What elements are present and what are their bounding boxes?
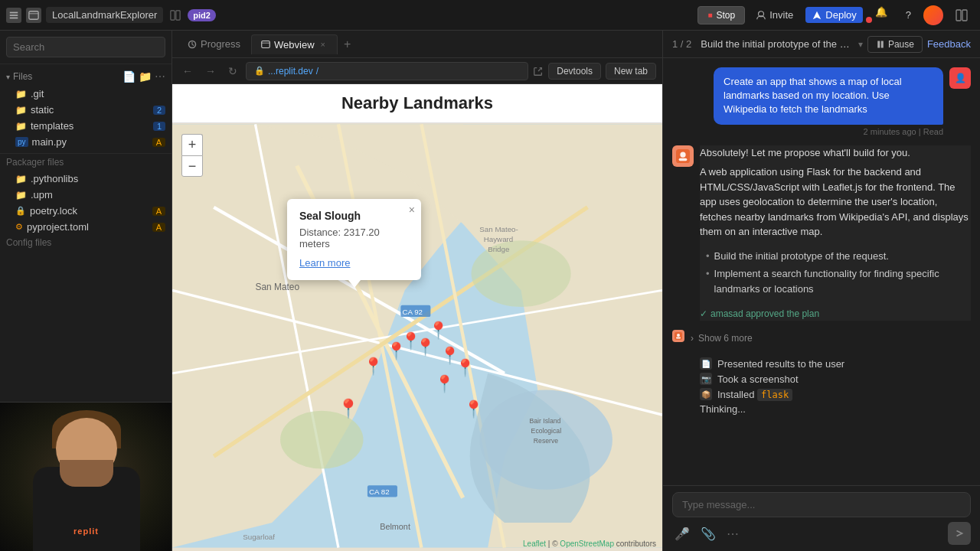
- new-tab-btn[interactable]: New tab: [606, 63, 656, 80]
- notification-dot: [866, 17, 872, 23]
- stop-button[interactable]: Stop: [697, 6, 745, 24]
- map-attribution: Leaflet | © OpenStreetMap contributors: [523, 540, 656, 548]
- svg-rect-49: [676, 337, 681, 339]
- chat-input-box: Type message...: [672, 492, 971, 517]
- thinking-label: Thinking...: [700, 403, 746, 415]
- url-bar[interactable]: 🔒 ...replit.dev /: [246, 62, 528, 80]
- zoom-in-btn[interactable]: +: [181, 134, 203, 155]
- ai-avatar-icon: [672, 145, 694, 167]
- file-item-mainpy[interactable]: py main.py A: [0, 134, 172, 150]
- svg-rect-5: [171, 10, 175, 19]
- bullet-text: Implement a search functionality for fin…: [714, 266, 971, 296]
- nav-forward-btn[interactable]: →: [201, 63, 220, 80]
- packager-item-poetry[interactable]: 🔒 poetry.lock A: [0, 203, 172, 219]
- file-badge: A: [152, 223, 165, 232]
- ai-panel: 1 / 2 Build the initial prototype of the…: [662, 31, 980, 551]
- file-item-static[interactable]: 📁 static 2: [0, 102, 172, 118]
- pid-badge[interactable]: pid2: [188, 9, 216, 21]
- svg-text:CA 82: CA 82: [369, 487, 390, 496]
- packager-section-header[interactable]: Packager files: [0, 153, 172, 171]
- map-svg: San Mateo San Mateo- Hayward Bridge Suga…: [172, 121, 662, 551]
- browser-icon: [26, 8, 41, 23]
- leaflet-link[interactable]: Leaflet: [523, 540, 546, 548]
- svg-text:Bair Island: Bair Island: [529, 417, 560, 425]
- topbar: LocalLandmarkExplorer pid2 Stop Invite D…: [0, 0, 980, 31]
- replit-logo: replit: [74, 527, 99, 536]
- packager-item-upm[interactable]: 📁 .upm: [0, 187, 172, 203]
- mic-btn[interactable]: 🎤: [672, 524, 692, 543]
- deploy-button[interactable]: Deploy: [805, 7, 862, 23]
- url-text: ...replit.dev: [268, 66, 313, 77]
- pause-button[interactable]: Pause: [867, 36, 923, 53]
- packager-item-pyproject[interactable]: ⚙ pyproject.toml A: [0, 219, 172, 235]
- thinking-item: Thinking...: [700, 402, 844, 416]
- invite-button[interactable]: Invite: [750, 7, 799, 23]
- file-badge: 2: [153, 106, 165, 115]
- more-btn[interactable]: ⋯: [724, 524, 741, 543]
- svg-rect-3: [29, 11, 38, 19]
- nav-back-btn[interactable]: ←: [178, 63, 197, 80]
- input-placeholder: Type message...: [682, 499, 755, 510]
- ai-header-actions: ▾ Pause Feedback: [858, 36, 971, 53]
- packager-item-pythonlibs[interactable]: 📁 .pythonlibs: [0, 171, 172, 187]
- message-time: 2 minutes ago: [864, 127, 916, 136]
- bullet-text: Build the initial prototype of the reque…: [714, 249, 889, 264]
- feedback-button[interactable]: Feedback: [927, 38, 971, 50]
- tab-close-btn[interactable]: ×: [318, 39, 328, 50]
- folder-icon: 📁: [15, 105, 27, 116]
- show-more-btn[interactable]: › Show 6 more: [691, 333, 753, 344]
- tab-progress-label: Progress: [201, 38, 240, 50]
- layout-button[interactable]: [949, 7, 974, 24]
- svg-rect-10: [962, 10, 967, 21]
- new-file-icon[interactable]: 📄: [122, 70, 136, 83]
- user-avatar[interactable]: [923, 5, 943, 25]
- show-more-row: › Show 6 more: [672, 330, 971, 347]
- search-input[interactable]: [6, 37, 165, 57]
- sidebar-toggle-btn[interactable]: [6, 8, 21, 23]
- app-title-tab[interactable]: LocalLandmarkExplorer: [46, 7, 163, 23]
- file-name: templates: [31, 120, 74, 132]
- popup-close-btn[interactable]: ×: [409, 204, 415, 216]
- chat-input-area: Type message... 🎤 📎 ⋯: [663, 485, 980, 551]
- svg-text:San Mateo: San Mateo: [255, 282, 299, 292]
- file-tree: ▾ Files 📄 📁 ⋯ 📁 .git 📁 static 2 📁 templa…: [0, 64, 172, 402]
- tab-webview[interactable]: Webview ×: [251, 34, 338, 54]
- flask-code: flask: [757, 389, 792, 401]
- external-link-icon: [533, 66, 544, 77]
- map-pin-seal-slough: 📍: [337, 397, 360, 419]
- tab-progress[interactable]: Progress: [178, 34, 250, 54]
- devtools-btn[interactable]: Devtools: [548, 63, 601, 80]
- lock-icon: 🔒: [15, 206, 26, 216]
- file-name: .upm: [31, 189, 53, 201]
- svg-rect-46: [679, 158, 688, 161]
- popup-learn-more[interactable]: Learn more: [299, 257, 350, 269]
- files-section-header[interactable]: ▾ Files 📄 📁 ⋯: [0, 67, 172, 86]
- more-files-icon[interactable]: ⋯: [155, 70, 165, 83]
- file-name: .pythonlibs: [31, 173, 78, 184]
- attach-btn[interactable]: 📎: [698, 524, 718, 543]
- action-item-2: 📷 Took a screenshot: [700, 371, 844, 386]
- packager-label: Packager files: [6, 157, 64, 168]
- notification-area: 🔔: [869, 4, 893, 26]
- notification-bell[interactable]: 🔔: [869, 4, 893, 20]
- new-folder-icon[interactable]: 📁: [139, 70, 152, 83]
- nav-refresh-btn[interactable]: ↻: [224, 63, 241, 80]
- svg-text:Ecological: Ecological: [531, 427, 562, 435]
- map-pin-7: 📍: [455, 357, 476, 378]
- svg-text:Sugarloaf: Sugarloaf: [243, 533, 275, 541]
- file-item-git[interactable]: 📁 .git: [0, 86, 172, 102]
- help-button[interactable]: ?: [900, 7, 917, 23]
- folder-icon: 📁: [15, 190, 27, 201]
- map-container[interactable]: Nearby Landmarks: [172, 84, 662, 551]
- attribution-separator: | ©: [548, 540, 560, 548]
- osm-link[interactable]: OpenStreetMap: [560, 540, 614, 548]
- show-more-icon: [672, 330, 684, 342]
- zoom-out-btn[interactable]: −: [181, 155, 203, 177]
- file-name: pyproject.toml: [27, 221, 89, 233]
- add-tab-btn[interactable]: +: [339, 36, 355, 53]
- invite-label: Invite: [769, 9, 793, 21]
- send-btn[interactable]: [948, 522, 971, 545]
- popup-title: Seal Slough: [299, 210, 409, 222]
- map-pin-8: 📍: [434, 374, 456, 395]
- file-item-templates[interactable]: 📁 templates 1: [0, 118, 172, 134]
